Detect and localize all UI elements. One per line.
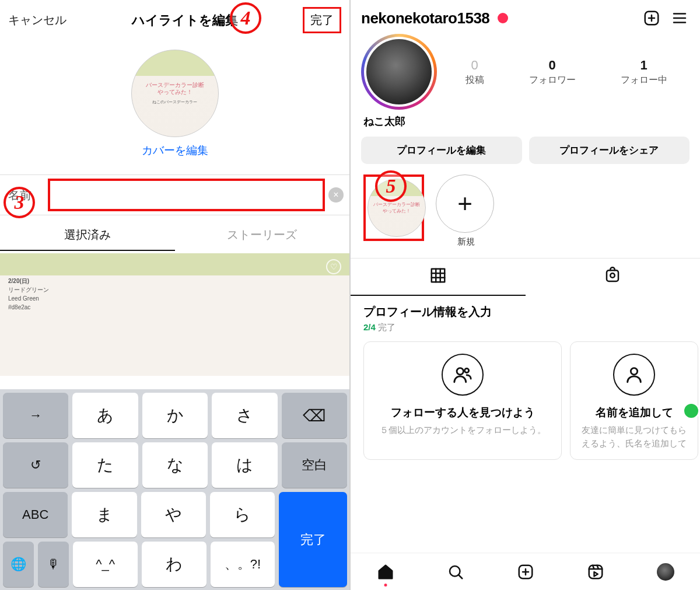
key-ka[interactable]: か — [142, 393, 208, 438]
story-line-1: リードグリーン — [8, 285, 341, 294]
key-done[interactable]: 完了 — [279, 492, 347, 587]
right-pane: nekonekotaro1538 0 投稿 0 フォロワー 1 フォロー中 — [351, 0, 700, 590]
cover-subtext: ねこのバースデーカラー — [152, 99, 197, 105]
profile-info-section: プロフィール情報を入力 2/4 完了 — [351, 296, 700, 336]
highlight-text-2: やってみた！ — [383, 208, 411, 214]
key-emoji[interactable]: ^_^ — [73, 542, 138, 587]
story-line-2: Leed Green — [8, 294, 341, 303]
highlight-cover-preview[interactable]: バースデーカラー診断 やってみた！ ねこのバースデーカラー — [131, 50, 219, 137]
tab-profile[interactable] — [656, 562, 676, 582]
card-2-title: 名前を追加して — [580, 405, 688, 420]
stat-posts-label: 投稿 — [466, 74, 484, 86]
card-2-sub: 友達に簡単に見つけてもらえるよう、氏名を追加して — [580, 424, 688, 450]
progress-suffix: 完了 — [376, 322, 396, 332]
key-punct[interactable]: 、。?! — [211, 542, 275, 587]
highlight-new-label: 新規 — [436, 236, 496, 247]
stat-following-label: フォロー中 — [621, 74, 667, 86]
cancel-button[interactable]: キャンセル — [8, 12, 66, 28]
cover-text-1: バースデーカラー診断 — [146, 82, 204, 89]
profile-tabs — [351, 258, 700, 296]
name-row: 名前 × — [0, 174, 349, 215]
bottom-tab-bar — [351, 553, 700, 590]
story-thumbnail[interactable]: ♡ 2/20(日) リードグリーン Leed Green #d8e2ac — [0, 253, 349, 376]
tagged-icon — [604, 267, 621, 284]
key-sa[interactable]: さ — [212, 393, 277, 438]
card-add-name[interactable]: 名前を追加して 友達に簡単に見つけてもらえるよう、氏名を追加して — [570, 341, 698, 460]
svg-point-6 — [631, 368, 637, 375]
svg-rect-9 — [589, 565, 603, 578]
notification-dot-icon — [498, 13, 508, 23]
tab-selected[interactable]: 選択済み — [0, 220, 175, 251]
tab-tagged[interactable] — [526, 259, 701, 296]
tab-reels[interactable] — [586, 562, 606, 582]
highlight-name-input[interactable] — [48, 179, 325, 211]
annotation-step-4: 4 — [230, 2, 261, 34]
key-mic[interactable]: 🎙 — [38, 542, 69, 587]
display-name: ねこ太郎 — [351, 112, 700, 128]
home-icon — [377, 563, 394, 581]
story-line-3: #d8e2ac — [8, 303, 341, 312]
tab-stories[interactable]: ストーリーズ — [175, 220, 350, 251]
stat-following-count: 1 — [621, 58, 667, 73]
people-icon — [442, 354, 484, 396]
cover-text-2: やってみた！ — [158, 89, 192, 96]
svg-point-4 — [457, 368, 463, 375]
profile-avatar-small — [657, 563, 674, 581]
key-backspace[interactable]: ⌫ — [282, 393, 347, 438]
stat-following[interactable]: 1 フォロー中 — [621, 58, 667, 86]
grid-icon — [429, 267, 447, 284]
stat-followers[interactable]: 0 フォロワー — [529, 58, 576, 86]
key-a[interactable]: あ — [72, 393, 138, 438]
clear-input-icon[interactable]: × — [328, 187, 344, 203]
search-icon — [447, 563, 464, 581]
annotation-step-5: 5 — [375, 170, 407, 202]
key-wa[interactable]: わ — [142, 542, 206, 587]
stats: 0 投稿 0 フォロワー 1 フォロー中 — [443, 58, 690, 86]
edit-cover-link[interactable]: カバーを編集 — [142, 143, 208, 158]
key-undo[interactable]: ↺ — [3, 442, 68, 488]
key-ra[interactable]: ら — [210, 492, 275, 537]
highlight-add[interactable]: + 新規 — [436, 174, 496, 247]
key-abc[interactable]: ABC — [3, 492, 68, 537]
key-ha[interactable]: は — [212, 442, 277, 488]
key-space[interactable]: 空白 — [282, 442, 347, 488]
username[interactable]: nekonekotaro1538 — [361, 9, 489, 27]
svg-rect-1 — [432, 269, 445, 282]
tab-home[interactable] — [376, 562, 396, 582]
create-icon — [517, 563, 534, 581]
stat-posts-count: 0 — [466, 58, 484, 73]
tab-search[interactable] — [446, 562, 466, 582]
key-globe[interactable]: 🌐 — [3, 542, 34, 587]
cover-block: バースデーカラー診断 やってみた！ ねこのバースデーカラー カバーを編集 — [0, 50, 349, 158]
person-icon — [613, 354, 655, 396]
annotation-step-3: 3 — [4, 187, 35, 218]
suggestion-cards: フォローする人を見つけよう ５個以上のアカウントをフォローしよう。 名前を追加し… — [351, 336, 700, 466]
keyboard: → あ か さ ⌫ ↺ た な は 空白 ABC ま や ら 🌐 — [0, 389, 349, 590]
svg-point-3 — [611, 273, 615, 278]
edit-profile-button[interactable]: プロフィールを編集 — [361, 137, 522, 164]
key-na[interactable]: な — [142, 442, 208, 488]
svg-rect-2 — [607, 270, 618, 281]
progress-count: 2/4 — [363, 322, 376, 332]
create-post-icon[interactable] — [642, 8, 662, 28]
profile-header: nekonekotaro1538 — [351, 0, 700, 33]
selection-tabs: 選択済み ストーリーズ — [0, 220, 349, 251]
heart-icon: ♡ — [326, 259, 341, 274]
tab-grid[interactable] — [351, 259, 526, 296]
stat-followers-label: フォロワー — [529, 74, 576, 86]
card-find-people[interactable]: フォローする人を見つけよう ５個以上のアカウントをフォローしよう。 — [363, 341, 562, 460]
share-profile-button[interactable]: プロフィールをシェア — [529, 137, 690, 164]
done-button[interactable]: 完了 — [303, 7, 341, 33]
plus-icon: + — [436, 174, 494, 233]
menu-icon[interactable] — [670, 8, 690, 28]
profile-row: 0 投稿 0 フォロワー 1 フォロー中 — [351, 33, 700, 112]
key-ya[interactable]: や — [141, 492, 206, 537]
profile-avatar[interactable] — [361, 34, 437, 110]
highlight-text-1: バースデーカラー診断 — [373, 201, 420, 208]
tab-create[interactable] — [516, 562, 536, 582]
stat-posts[interactable]: 0 投稿 — [466, 58, 484, 86]
key-ma[interactable]: ま — [72, 492, 136, 537]
key-ta[interactable]: た — [72, 442, 138, 488]
key-next-candidate[interactable]: → — [3, 393, 68, 438]
reels-icon — [587, 563, 604, 581]
